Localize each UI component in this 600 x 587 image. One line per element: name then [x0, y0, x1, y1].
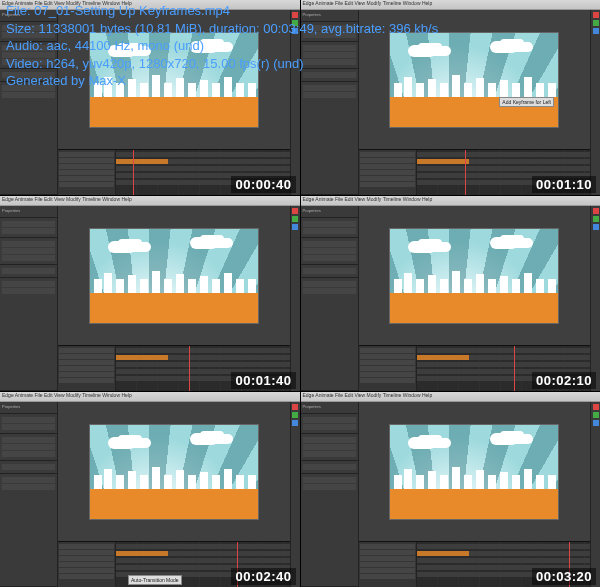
cloud-graphic [108, 437, 136, 449]
cloud-graphic [108, 241, 136, 253]
skyline-graphic [90, 469, 258, 489]
playhead[interactable] [514, 346, 515, 391]
generated-line: Generated by Max-X [6, 72, 594, 90]
timestamp-overlay: 00:01:10 [532, 176, 596, 193]
ground-graphic [90, 489, 258, 519]
cloud-graphic [190, 433, 218, 445]
stage-area[interactable] [359, 206, 591, 345]
timestamp-overlay: 00:02:10 [532, 372, 596, 389]
tools-strip[interactable] [590, 206, 600, 391]
skyline-graphic [390, 273, 558, 293]
timestamp-overlay: 00:02:40 [231, 568, 295, 585]
tools-strip[interactable] [290, 402, 300, 587]
properties-panel[interactable]: Properties [301, 206, 359, 391]
stage-area[interactable] [58, 206, 290, 345]
canvas-stage[interactable] [89, 228, 259, 324]
playhead[interactable] [133, 150, 134, 195]
skyline-graphic [390, 469, 558, 489]
ground-graphic [90, 293, 258, 323]
playhead[interactable] [465, 150, 466, 195]
audio-line: Audio: aac, 44100 Hz, mono (und) [6, 37, 594, 55]
tools-strip[interactable] [290, 206, 300, 391]
properties-panel[interactable]: Properties [301, 402, 359, 587]
canvas-stage[interactable] [89, 424, 259, 520]
stage-area[interactable] [359, 402, 591, 541]
video-thumbnail-4: Edge Animate File Edit View Modify Timel… [301, 196, 601, 391]
app-menubar[interactable]: Edge Animate File Edit View Modify Timel… [301, 196, 601, 206]
video-line: Video: h264, yuv420p, 1280x720, 15.00 fp… [6, 55, 594, 73]
ground-graphic [90, 97, 258, 127]
playhead[interactable] [189, 346, 190, 391]
cloud-graphic [490, 237, 518, 249]
video-thumbnail-3: Edge Animate File Edit View Modify Timel… [0, 196, 300, 391]
stage-area[interactable] [58, 402, 290, 541]
app-menubar[interactable]: Edge Animate File Edit View Modify Timel… [0, 392, 300, 402]
file-line: File: 07_01-Setting Up Keyframes.mp4 [6, 2, 594, 20]
tooltip: Add Keyframe for Left [499, 97, 554, 107]
cloud-graphic [408, 437, 436, 449]
properties-panel[interactable]: Properties [0, 402, 58, 587]
tooltip: Auto-Transition Mode [128, 575, 182, 585]
tools-strip[interactable] [590, 402, 600, 587]
ground-graphic [390, 489, 558, 519]
timestamp-overlay: 00:03:20 [532, 568, 596, 585]
canvas-stage[interactable] [389, 424, 559, 520]
timestamp-overlay: 00:01:40 [231, 372, 295, 389]
cloud-graphic [190, 237, 218, 249]
size-line: Size: 11338001 bytes (10.81 MiB), durati… [6, 20, 594, 38]
app-menubar[interactable]: Edge Animate File Edit View Modify Timel… [0, 196, 300, 206]
skyline-graphic [90, 273, 258, 293]
properties-panel[interactable]: Properties [0, 206, 58, 391]
video-thumbnail-5: Edge Animate File Edit View Modify Timel… [0, 392, 300, 587]
cloud-graphic [490, 433, 518, 445]
app-menubar[interactable]: Edge Animate File Edit View Modify Timel… [301, 392, 601, 402]
cloud-graphic [408, 241, 436, 253]
video-thumbnail-6: Edge Animate File Edit View Modify Timel… [301, 392, 601, 587]
metadata-header: File: 07_01-Setting Up Keyframes.mp4 Siz… [0, 0, 600, 92]
canvas-stage[interactable] [389, 228, 559, 324]
ground-graphic [390, 293, 558, 323]
timestamp-overlay: 00:00:40 [231, 176, 295, 193]
